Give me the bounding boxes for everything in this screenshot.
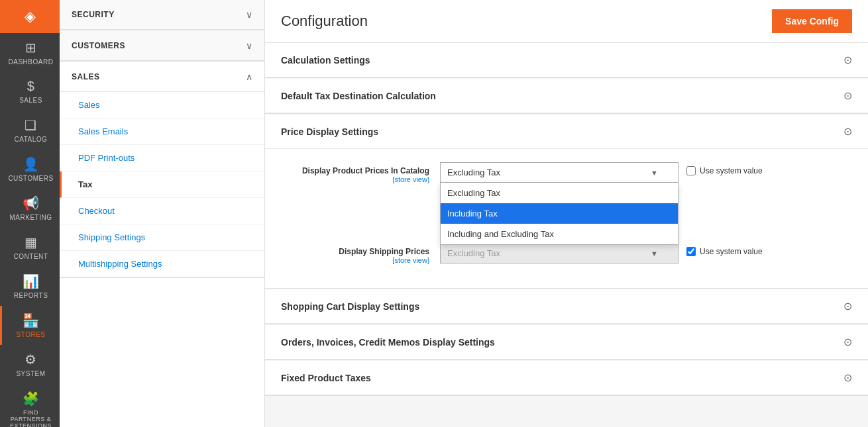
stores-icon: 🏪 <box>23 312 40 328</box>
accordion-title-calculation: Calculation Settings <box>281 55 370 66</box>
store-view-label-shipping: [store view] <box>281 256 429 264</box>
sidebar-item-sales[interactable]: $ SALES <box>0 72 60 111</box>
use-system-value-label[interactable]: Use system value <box>700 166 763 175</box>
nav-item-pdf-print-outs[interactable]: PDF Print-outs <box>60 145 264 171</box>
accordion-title-shopping-cart: Shopping Cart Display Settings <box>281 301 419 312</box>
sidebar-item-dashboard[interactable]: ⊞ DASHBOARD <box>0 33 60 72</box>
field-row-product-prices: Display Product Prices In Catalog [store… <box>281 162 852 183</box>
sidebar-item-system[interactable]: ⚙ SYSTEM <box>0 345 60 384</box>
accordion-header-shopping-cart[interactable]: Shopping Cart Display Settings ⊙ <box>265 289 868 324</box>
dropdown-arrow-icon: ▼ <box>651 250 658 258</box>
accordion-header-orders-invoices[interactable]: Orders, Invoices, Credit Memos Display S… <box>265 325 868 359</box>
sidebar-item-label: SYSTEM <box>16 370 45 377</box>
chevron-down-icon: ⊙ <box>843 89 852 102</box>
chevron-down-icon: ∨ <box>246 40 252 51</box>
option-including-excluding-tax[interactable]: Including and Excluding Tax <box>441 224 678 244</box>
chevron-down-icon: ⊙ <box>843 300 852 312</box>
dashboard-icon: ⊞ <box>25 40 37 56</box>
app-logo[interactable]: ◈ <box>0 0 60 33</box>
use-system-value-label-shipping[interactable]: Use system value <box>700 247 763 256</box>
reports-icon: 📊 <box>23 273 40 289</box>
main-area: SECURITY ∨ CUSTOMERS ∨ SALES ∧ Sales Sal… <box>60 0 868 427</box>
sidebar-item-catalog[interactable]: ❑ CATALOG <box>0 111 60 150</box>
accordion-header-calculation[interactable]: Calculation Settings ⊙ <box>265 43 868 77</box>
system-icon: ⚙ <box>25 352 37 367</box>
use-system-value-checkbox-shipping[interactable] <box>686 247 696 256</box>
option-excluding-tax[interactable]: Excluding Tax <box>441 183 678 203</box>
sidebar-item-content[interactable]: ▦ CONTENT <box>0 228 60 267</box>
content-body: Calculation Settings ⊙ Default Tax Desti… <box>265 43 868 397</box>
accordion-title-orders-invoices: Orders, Invoices, Credit Memos Display S… <box>281 337 495 348</box>
sidebar-item-stores[interactable]: 🏪 STORES <box>0 306 60 345</box>
section-title-sales: SALES <box>72 72 100 81</box>
accordion-header-fixed-product-taxes[interactable]: Fixed Product Taxes ⊙ <box>265 361 868 395</box>
field-control-product-prices: Excluding Tax ▼ Excluding Tax Including … <box>440 162 852 183</box>
dropdown-arrow-icon: ▼ <box>651 169 658 177</box>
nav-item-sales[interactable]: Sales <box>60 92 264 119</box>
section-header-customers[interactable]: CUSTOMERS ∨ <box>60 31 264 61</box>
select-product-prices[interactable]: Excluding Tax ▼ <box>440 162 678 183</box>
sidebar-item-label: REPORTS <box>14 292 48 299</box>
price-display-body: Display Product Prices In Catalog [store… <box>265 149 868 288</box>
nav-item-checkout[interactable]: Checkout <box>60 198 264 224</box>
save-config-button[interactable]: Save Config <box>772 9 852 33</box>
field-control-shipping-prices: Excluding Tax ▼ Use system value <box>440 243 852 263</box>
marketing-icon: 📢 <box>23 195 40 211</box>
sidebar-item-label: MARKETING <box>10 214 52 221</box>
accordion-header-tax-destination[interactable]: Default Tax Destination Calculation ⊙ <box>265 79 868 113</box>
accordion-orders-invoices: Orders, Invoices, Credit Memos Display S… <box>265 325 868 360</box>
sidebar-item-label: STORES <box>17 331 46 338</box>
section-sales: SALES ∧ Sales Sales Emails PDF Print-out… <box>60 62 264 278</box>
left-sidebar: ◈ ⊞ DASHBOARD $ SALES ❑ CATALOG 👤 CUSTOM… <box>0 0 60 427</box>
section-title-security: SECURITY <box>72 10 115 19</box>
content-icon: ▦ <box>25 234 38 250</box>
accordion-price-display: Price Display Settings ⊙ Display Product… <box>265 115 868 289</box>
store-view-label: [store view] <box>281 175 429 183</box>
chevron-down-icon: ∨ <box>246 9 252 20</box>
sidebar-item-label: CUSTOMERS <box>8 175 53 182</box>
accordion-tax-destination: Default Tax Destination Calculation ⊙ <box>265 79 868 114</box>
secondary-sidebar: SECURITY ∨ CUSTOMERS ∨ SALES ∧ Sales Sal… <box>60 0 265 427</box>
sidebar-item-label: CONTENT <box>14 253 48 260</box>
use-system-value-shipping: Use system value <box>686 243 763 256</box>
accordion-header-price-display[interactable]: Price Display Settings ⊙ <box>265 115 868 149</box>
select-value: Excluding Tax <box>447 167 500 177</box>
option-including-tax[interactable]: Including Tax <box>441 203 678 224</box>
sidebar-item-partners[interactable]: 🧩 FIND PARTNERS & EXTENSIONS <box>0 384 60 427</box>
catalog-icon: ❑ <box>25 117 37 133</box>
sidebar-item-label: SALES <box>19 97 42 104</box>
section-header-security[interactable]: SECURITY ∨ <box>60 0 264 30</box>
sidebar-item-reports[interactable]: 📊 REPORTS <box>0 267 60 306</box>
section-header-sales[interactable]: SALES ∧ <box>60 62 264 92</box>
field-label-shipping-prices: Display Shipping Prices [store view] <box>281 243 440 264</box>
nav-item-tax[interactable]: Tax <box>60 171 264 198</box>
field-label-product-prices: Display Product Prices In Catalog [store… <box>281 162 440 183</box>
sales-icon: $ <box>27 79 35 94</box>
accordion-title-price-display: Price Display Settings <box>281 126 378 137</box>
page-title: Configuration <box>281 13 368 30</box>
section-title-customers: CUSTOMERS <box>72 41 125 50</box>
nav-item-sales-emails[interactable]: Sales Emails <box>60 119 264 145</box>
select-shipping-prices[interactable]: Excluding Tax ▼ <box>440 243 678 263</box>
sidebar-item-marketing[interactable]: 📢 MARKETING <box>0 189 60 228</box>
section-content-sales: Sales Sales Emails PDF Print-outs Tax Ch… <box>60 92 264 277</box>
accordion-fixed-product-taxes: Fixed Product Taxes ⊙ <box>265 361 868 396</box>
sidebar-item-label: FIND PARTNERS & EXTENSIONS <box>5 409 56 427</box>
chevron-down-icon: ⊙ <box>843 371 852 384</box>
select-value-shipping: Excluding Tax <box>447 248 500 258</box>
section-security: SECURITY ∨ <box>60 0 264 30</box>
dropdown-menu-product-prices: Excluding Tax Including Tax Including an… <box>440 183 678 245</box>
select-wrapper-shipping-prices: Excluding Tax ▼ <box>440 243 678 263</box>
select-wrapper-product-prices: Excluding Tax ▼ Excluding Tax Including … <box>440 162 678 183</box>
chevron-up-icon: ∧ <box>246 71 252 82</box>
use-system-value-product-prices: Use system value <box>686 162 763 175</box>
logo-icon: ◈ <box>25 8 36 25</box>
sidebar-item-customers[interactable]: 👤 CUSTOMERS <box>0 150 60 189</box>
nav-item-shipping-settings[interactable]: Shipping Settings <box>60 224 264 251</box>
use-system-value-checkbox-product[interactable] <box>686 166 696 175</box>
accordion-calculation-settings: Calculation Settings ⊙ <box>265 43 868 78</box>
sidebar-item-label: DASHBOARD <box>9 58 54 66</box>
accordion-title-tax-destination: Default Tax Destination Calculation <box>281 91 436 101</box>
nav-item-multishipping-settings[interactable]: Multishipping Settings <box>60 251 264 277</box>
sidebar-item-label: CATALOG <box>15 136 48 143</box>
